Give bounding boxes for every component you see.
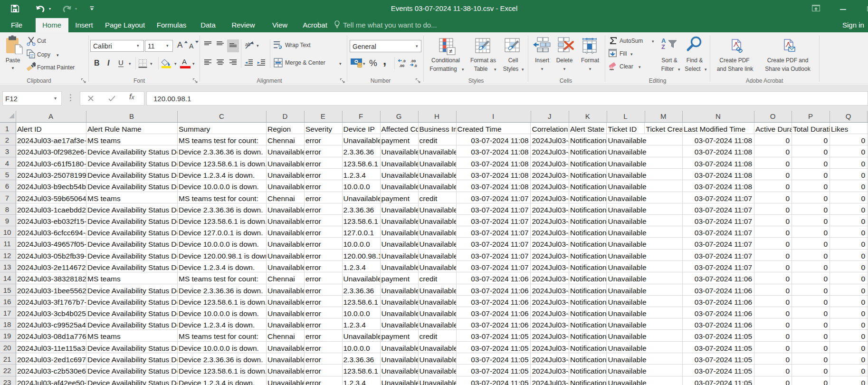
svg-text:.00: .00 (410, 59, 416, 63)
svg-text:.0: .0 (402, 59, 406, 63)
svg-text:.0: .0 (414, 64, 417, 68)
svg-text:.00: .00 (399, 64, 405, 68)
svg-text:ab: ab (245, 42, 251, 47)
svg-text:Z: Z (661, 43, 665, 49)
svg-text:≠: ≠ (449, 48, 452, 55)
